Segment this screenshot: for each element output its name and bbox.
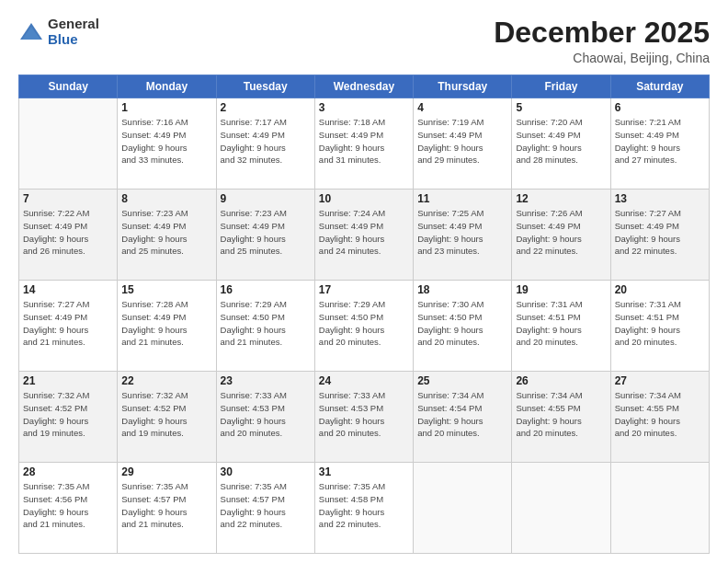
day-number: 31 (319, 465, 409, 478)
day-info: Sunrise: 7:28 AMSunset: 4:49 PMDaylight:… (121, 298, 211, 349)
day-number: 7 (23, 192, 113, 205)
logo: General Blue (18, 17, 99, 47)
header: General Blue December 2025 Chaowai, Beij… (18, 17, 710, 65)
day-number: 5 (516, 101, 606, 114)
col-header-tuesday: Tuesday (216, 75, 314, 98)
day-number: 23 (221, 374, 311, 387)
calendar-cell: 26Sunrise: 7:34 AMSunset: 4:55 PMDayligh… (512, 372, 610, 463)
calendar-cell: 22Sunrise: 7:32 AMSunset: 4:52 PMDayligh… (118, 372, 216, 463)
day-info: Sunrise: 7:33 AMSunset: 4:53 PMDaylight:… (221, 389, 311, 440)
day-number: 20 (615, 283, 705, 296)
day-info: Sunrise: 7:32 AMSunset: 4:52 PMDaylight:… (121, 389, 211, 440)
calendar-cell (414, 463, 512, 554)
day-info: Sunrise: 7:20 AMSunset: 4:49 PMDaylight:… (516, 116, 606, 167)
day-number: 15 (121, 283, 211, 296)
calendar-cell: 21Sunrise: 7:32 AMSunset: 4:52 PMDayligh… (19, 372, 118, 463)
calendar-cell: 25Sunrise: 7:34 AMSunset: 4:54 PMDayligh… (414, 372, 512, 463)
calendar-cell: 16Sunrise: 7:29 AMSunset: 4:50 PMDayligh… (216, 281, 314, 372)
day-info: Sunrise: 7:27 AMSunset: 4:49 PMDaylight:… (23, 298, 113, 349)
day-number: 6 (615, 101, 705, 114)
day-number: 14 (23, 283, 113, 296)
calendar-cell: 9Sunrise: 7:23 AMSunset: 4:49 PMDaylight… (216, 190, 314, 281)
calendar-cell: 8Sunrise: 7:23 AMSunset: 4:49 PMDaylight… (118, 190, 216, 281)
calendar-cell: 28Sunrise: 7:35 AMSunset: 4:56 PMDayligh… (19, 463, 118, 554)
calendar-header-row: SundayMondayTuesdayWednesdayThursdayFrid… (19, 75, 710, 98)
location: Chaowai, Beijing, China (494, 51, 710, 65)
calendar-cell: 30Sunrise: 7:35 AMSunset: 4:57 PMDayligh… (216, 463, 314, 554)
day-number: 3 (319, 101, 409, 114)
day-number: 8 (121, 192, 211, 205)
day-number: 10 (319, 192, 409, 205)
day-number: 30 (221, 465, 311, 478)
calendar-cell: 11Sunrise: 7:25 AMSunset: 4:49 PMDayligh… (414, 190, 512, 281)
day-number: 18 (417, 283, 507, 296)
calendar-week-row: 21Sunrise: 7:32 AMSunset: 4:52 PMDayligh… (19, 372, 710, 463)
day-info: Sunrise: 7:23 AMSunset: 4:49 PMDaylight:… (221, 207, 311, 258)
calendar-cell: 29Sunrise: 7:35 AMSunset: 4:57 PMDayligh… (118, 463, 216, 554)
calendar-cell: 18Sunrise: 7:30 AMSunset: 4:50 PMDayligh… (414, 281, 512, 372)
day-number: 19 (516, 283, 606, 296)
day-info: Sunrise: 7:27 AMSunset: 4:49 PMDaylight:… (615, 207, 705, 258)
calendar-cell (512, 463, 610, 554)
day-info: Sunrise: 7:19 AMSunset: 4:49 PMDaylight:… (417, 116, 507, 167)
col-header-saturday: Saturday (610, 75, 709, 98)
day-info: Sunrise: 7:25 AMSunset: 4:49 PMDaylight:… (417, 207, 507, 258)
calendar-cell: 4Sunrise: 7:19 AMSunset: 4:49 PMDaylight… (414, 98, 512, 190)
day-info: Sunrise: 7:21 AMSunset: 4:49 PMDaylight:… (615, 116, 705, 167)
day-info: Sunrise: 7:34 AMSunset: 4:55 PMDaylight:… (615, 389, 705, 440)
calendar-cell: 19Sunrise: 7:31 AMSunset: 4:51 PMDayligh… (512, 281, 610, 372)
calendar-cell: 1Sunrise: 7:16 AMSunset: 4:49 PMDaylight… (118, 98, 216, 190)
calendar-cell: 5Sunrise: 7:20 AMSunset: 4:49 PMDaylight… (512, 98, 610, 190)
day-info: Sunrise: 7:23 AMSunset: 4:49 PMDaylight:… (121, 207, 211, 258)
day-number: 29 (121, 465, 211, 478)
day-info: Sunrise: 7:35 AMSunset: 4:57 PMDaylight:… (121, 480, 211, 531)
day-info: Sunrise: 7:34 AMSunset: 4:54 PMDaylight:… (417, 389, 507, 440)
calendar-week-row: 14Sunrise: 7:27 AMSunset: 4:49 PMDayligh… (19, 281, 710, 372)
calendar-cell: 24Sunrise: 7:33 AMSunset: 4:53 PMDayligh… (314, 372, 413, 463)
day-number: 11 (417, 192, 507, 205)
calendar-cell: 13Sunrise: 7:27 AMSunset: 4:49 PMDayligh… (610, 190, 709, 281)
day-info: Sunrise: 7:35 AMSunset: 4:56 PMDaylight:… (23, 480, 113, 531)
calendar-cell (610, 463, 709, 554)
day-info: Sunrise: 7:31 AMSunset: 4:51 PMDaylight:… (615, 298, 705, 349)
logo-blue-text: Blue (48, 32, 99, 48)
calendar-cell: 3Sunrise: 7:18 AMSunset: 4:49 PMDaylight… (314, 98, 413, 190)
calendar-week-row: 28Sunrise: 7:35 AMSunset: 4:56 PMDayligh… (19, 463, 710, 554)
day-info: Sunrise: 7:32 AMSunset: 4:52 PMDaylight:… (23, 389, 113, 440)
day-number: 4 (417, 101, 507, 114)
day-number: 21 (23, 374, 113, 387)
day-info: Sunrise: 7:16 AMSunset: 4:49 PMDaylight:… (121, 116, 211, 167)
calendar-cell: 31Sunrise: 7:35 AMSunset: 4:58 PMDayligh… (314, 463, 413, 554)
calendar: SundayMondayTuesdayWednesdayThursdayFrid… (18, 75, 710, 554)
calendar-week-row: 7Sunrise: 7:22 AMSunset: 4:49 PMDaylight… (19, 190, 710, 281)
day-info: Sunrise: 7:18 AMSunset: 4:49 PMDaylight:… (319, 116, 409, 167)
day-info: Sunrise: 7:35 AMSunset: 4:58 PMDaylight:… (319, 480, 409, 531)
logo-general-text: General (48, 17, 99, 32)
day-number: 22 (121, 374, 211, 387)
calendar-cell: 2Sunrise: 7:17 AMSunset: 4:49 PMDaylight… (216, 98, 314, 190)
calendar-cell: 7Sunrise: 7:22 AMSunset: 4:49 PMDaylight… (19, 190, 118, 281)
day-info: Sunrise: 7:29 AMSunset: 4:50 PMDaylight:… (221, 298, 311, 349)
logo-icon (18, 19, 44, 45)
day-info: Sunrise: 7:17 AMSunset: 4:49 PMDaylight:… (221, 116, 311, 167)
day-number: 27 (615, 374, 705, 387)
calendar-cell: 17Sunrise: 7:29 AMSunset: 4:50 PMDayligh… (314, 281, 413, 372)
calendar-cell: 27Sunrise: 7:34 AMSunset: 4:55 PMDayligh… (610, 372, 709, 463)
day-info: Sunrise: 7:33 AMSunset: 4:53 PMDaylight:… (319, 389, 409, 440)
calendar-cell: 12Sunrise: 7:26 AMSunset: 4:49 PMDayligh… (512, 190, 610, 281)
calendar-cell: 14Sunrise: 7:27 AMSunset: 4:49 PMDayligh… (19, 281, 118, 372)
col-header-friday: Friday (512, 75, 610, 98)
day-number: 24 (319, 374, 409, 387)
col-header-wednesday: Wednesday (314, 75, 413, 98)
calendar-cell: 23Sunrise: 7:33 AMSunset: 4:53 PMDayligh… (216, 372, 314, 463)
day-number: 26 (516, 374, 606, 387)
day-info: Sunrise: 7:29 AMSunset: 4:50 PMDaylight:… (319, 298, 409, 349)
day-info: Sunrise: 7:22 AMSunset: 4:49 PMDaylight:… (23, 207, 113, 258)
logo-text: General Blue (48, 17, 99, 47)
day-number: 13 (615, 192, 705, 205)
calendar-week-row: 1Sunrise: 7:16 AMSunset: 4:49 PMDaylight… (19, 98, 710, 190)
day-number: 28 (23, 465, 113, 478)
calendar-cell: 6Sunrise: 7:21 AMSunset: 4:49 PMDaylight… (610, 98, 709, 190)
day-number: 17 (319, 283, 409, 296)
day-info: Sunrise: 7:31 AMSunset: 4:51 PMDaylight:… (516, 298, 606, 349)
